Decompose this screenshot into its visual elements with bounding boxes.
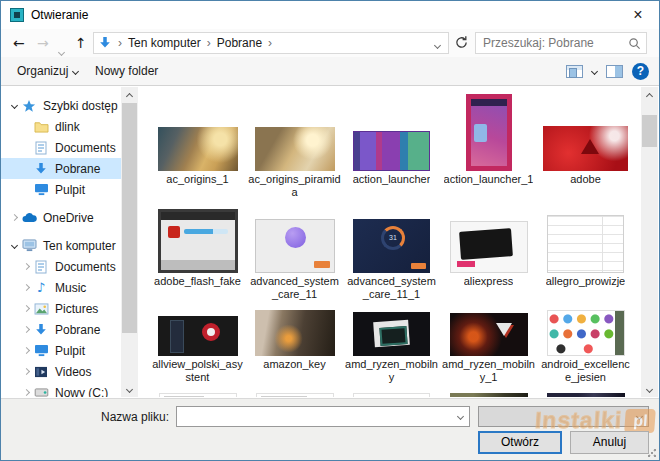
file-item-partial[interactable]	[440, 393, 537, 397]
sidebar-item-pc-downloads[interactable]: Pobrane	[1, 319, 121, 340]
breadcrumb-separator[interactable]: ›	[268, 36, 272, 50]
sidebar-item-this-pc[interactable]: Ten komputer	[1, 235, 121, 256]
filename-input[interactable]	[177, 410, 451, 424]
file-name: amd_ryzen_mobilny_1	[442, 358, 536, 384]
organize-button[interactable]: Organizuj	[9, 57, 86, 85]
new-folder-button[interactable]: Nowy folder	[87, 57, 166, 85]
help-icon[interactable]: ?	[632, 63, 649, 80]
sidebar-item-label: OneDrive	[43, 211, 94, 225]
refresh-icon[interactable]	[454, 35, 470, 51]
file-item[interactable]: ac_origins_1	[149, 89, 246, 199]
sidebar-item-pc-desktop[interactable]: Pulpit	[1, 340, 121, 361]
open-button[interactable]: Otwórz	[478, 431, 562, 454]
scroll-up-icon[interactable]	[121, 87, 138, 102]
file-list-scrollbar[interactable]	[641, 87, 658, 397]
downloads-icon	[33, 161, 49, 177]
app-icon	[10, 8, 24, 22]
filetype-dropdown-icon[interactable]	[630, 407, 648, 426]
file-item-partial[interactable]	[537, 393, 634, 397]
file-name: allegro_prowizje	[546, 275, 626, 288]
expand-icon[interactable]	[10, 102, 17, 109]
file-item[interactable]: allegro_prowizje	[537, 207, 634, 301]
file-item[interactable]: amd_ryzen_mobilny_1	[440, 308, 537, 384]
sidebar-item-label: Szybki dostęp	[43, 99, 118, 113]
address-bar[interactable]: › Ten komputer › Pobrane ›	[93, 32, 449, 54]
preview-pane-icon[interactable]	[606, 65, 623, 78]
sidebar-item-label: Videos	[55, 365, 91, 379]
file-item-partial[interactable]	[149, 393, 246, 397]
navigation-bar: ← → ↑ › Ten komputer › Pobrane ›	[1, 29, 659, 57]
expand-icon[interactable]	[10, 242, 17, 249]
breadcrumb-this-pc[interactable]: Ten komputer	[128, 36, 201, 50]
collapse-icon[interactable]	[10, 214, 17, 221]
file-item[interactable]: action_launcher	[343, 89, 440, 199]
file-item[interactable]: adobe_flash_fake	[149, 207, 246, 301]
sidebar-item-documents[interactable]: Documents	[1, 137, 121, 158]
document-icon	[33, 259, 49, 275]
music-icon: ♪	[33, 280, 49, 296]
sidebar-item-quick-access[interactable]: Szybki dostęp	[1, 95, 121, 116]
collapse-icon[interactable]	[22, 368, 29, 375]
file-item[interactable]: allview_polski_asystent	[149, 308, 246, 384]
file-item[interactable]: amd_ryzen_mobilny	[343, 308, 440, 384]
filename-label: Nazwa pliku:	[1, 410, 169, 424]
breadcrumb-separator[interactable]: ›	[207, 36, 211, 50]
file-item[interactable]: advanced_system_care_11	[246, 207, 343, 301]
collapse-icon[interactable]	[22, 347, 29, 354]
sidebar-item-pc-documents[interactable]: Documents	[1, 256, 121, 277]
collapse-icon[interactable]	[22, 305, 29, 312]
sidebar-item-desktop[interactable]: Pulpit	[1, 179, 121, 200]
search-icon[interactable]	[628, 37, 641, 50]
file-item[interactable]: aliexpress	[440, 207, 537, 301]
breadcrumb-downloads[interactable]: Pobrane	[217, 36, 262, 50]
collapse-icon[interactable]	[22, 326, 29, 333]
file-thumbnail	[450, 393, 528, 397]
search-input[interactable]	[481, 35, 628, 51]
file-item[interactable]: advanced_system_care_11_1	[343, 207, 440, 301]
file-name: ac_origins_1	[166, 173, 228, 186]
file-item[interactable]: amazon_key	[246, 308, 343, 384]
filetype-select[interactable]	[478, 406, 649, 427]
file-item[interactable]: action_launcher_1	[440, 89, 537, 199]
sidebar-item-drive-c[interactable]: Nowy (C:)	[1, 382, 121, 397]
title-bar: Otwieranie ×	[1, 1, 659, 29]
file-item[interactable]: android_excellence_jesien	[537, 308, 634, 384]
file-name: allview_polski_asystent	[151, 358, 245, 384]
collapse-icon[interactable]	[22, 284, 29, 291]
collapse-icon[interactable]	[22, 263, 29, 270]
scroll-up-icon[interactable]	[641, 87, 658, 102]
scrollbar-thumb[interactable]	[122, 103, 137, 333]
file-item[interactable]: ac_origins_piramida	[246, 89, 343, 199]
quick-access-star-icon	[21, 98, 37, 114]
file-item[interactable]: adobe	[537, 89, 634, 199]
collapse-icon[interactable]	[22, 389, 29, 396]
up-icon[interactable]: ↑	[75, 34, 87, 52]
file-thumbnail	[255, 310, 335, 356]
desktop-icon	[33, 343, 49, 359]
cancel-button[interactable]: Anuluj	[570, 431, 649, 454]
sidebar-item-downloads[interactable]: Pobrane	[1, 158, 121, 179]
sidebar-item-onedrive[interactable]: OneDrive	[1, 207, 121, 228]
sidebar-scrollbar[interactable]	[121, 87, 138, 397]
sidebar-item-videos[interactable]: Videos	[1, 361, 121, 382]
view-mode-dropdown-icon[interactable]	[591, 67, 598, 74]
sidebar-item-dlink[interactable]: dlink	[1, 116, 121, 137]
scroll-down-icon[interactable]	[641, 382, 658, 397]
organize-label: Organizuj	[17, 64, 68, 78]
view-mode-icon[interactable]	[566, 65, 583, 78]
file-thumbnail	[466, 94, 512, 171]
file-item-partial[interactable]	[343, 393, 440, 397]
address-dropdown-icon[interactable]	[435, 34, 440, 52]
sidebar-item-label: Music	[55, 281, 86, 295]
navigation-pane: Szybki dostęp dlink Documents Pobrane Pu…	[1, 87, 121, 397]
close-icon[interactable]: ×	[627, 4, 649, 26]
scrollbar-thumb[interactable]	[642, 115, 657, 147]
sidebar-item-label: Pobrane	[55, 162, 100, 176]
file-item-partial[interactable]	[246, 393, 343, 397]
sidebar-item-music[interactable]: ♪ Music	[1, 277, 121, 298]
sidebar-item-pictures[interactable]: Pictures	[1, 298, 121, 319]
resize-grip[interactable]	[648, 449, 656, 457]
scroll-down-icon[interactable]	[121, 382, 138, 397]
filename-dropdown-icon[interactable]	[451, 407, 469, 426]
back-icon[interactable]: ←	[13, 34, 25, 52]
